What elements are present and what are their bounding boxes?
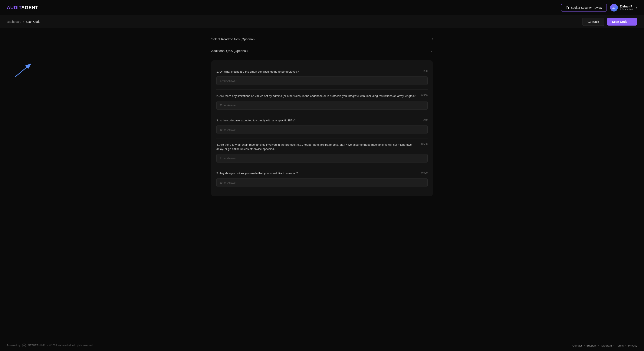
scan-code-button[interactable]: Scan Code → [607,18,637,26]
qa-question-row: 3. Is the codebase expected to comply wi… [216,118,428,123]
breadcrumb-dashboard[interactable]: Dashboard [7,20,22,24]
qa-chevron-icon: ⌄ [430,49,433,53]
qa-question-row: 2. Are there any limitations on values s… [216,94,428,98]
qa-counter-5: 0/500 [421,171,428,174]
footer-right: Contact•Support•Telegram•Terms•Privacy [572,344,637,347]
user-avatar: Z7 [610,4,618,12]
footer-dot-4: • [614,344,614,347]
nethermind-icon [22,343,26,348]
footer-dot-2: • [584,344,585,347]
qa-question-row: 4. Are there any off-chain mechanisms in… [216,143,428,152]
footer-dot-3: • [598,344,599,347]
readme-chevron-icon: ‹ [432,37,433,41]
user-menu-chevron-icon: ▾ [636,6,637,9]
readme-section-header[interactable]: Select Readme files (Optional) ‹ [211,33,433,45]
document-icon [566,6,569,9]
qa-input-5[interactable] [216,178,428,187]
app-footer: Powered by NETHERMIND • ©2024 Nethermind… [0,340,644,351]
breadcrumb-bar: Dashboard / Scan Code Go Back Scan Code … [0,15,644,28]
footer-dot-5: • [626,344,626,347]
user-info: Zishan-7 2 Scans Left [620,5,633,11]
qa-question-5: 5. Any design choices you made that you … [216,171,421,176]
powered-by-text: Powered by [7,344,20,347]
readme-section-title: Select Readme files (Optional) [211,37,254,41]
logo-audit: AUDIT [7,5,21,10]
qa-section-title: Additional Q&A (Optional) [211,49,248,52]
copyright-text: ©2024 Nethermind. All rights reserved [50,344,93,347]
footer-link-contact[interactable]: Contact [572,344,582,347]
qa-item: 2. Are there any limitations on values s… [216,90,428,114]
footer-left: Powered by NETHERMIND • ©2024 Nethermind… [7,343,93,348]
qa-panel: 1. On what chains are the smart contract… [211,60,433,196]
qa-item: 3. Is the codebase expected to comply wi… [216,114,428,138]
qa-counter-4: 0/500 [421,143,428,146]
breadcrumb-separator: / [23,20,24,24]
user-menu[interactable]: Z7 Zishan-7 2 Scans Left ▾ [610,4,637,12]
qa-item: 5. Any design choices you made that you … [216,167,428,191]
app-logo: AUDITAGENT [7,5,38,10]
qa-question-row: 1. On what chains are the smart contract… [216,70,428,74]
footer-link-terms[interactable]: Terms [616,344,624,347]
footer-dot-1: • [47,344,48,347]
qa-item: 4. Are there any off-chain mechanisms in… [216,138,428,167]
arrow-annotation [13,62,34,79]
user-name: Zishan-7 [620,5,633,8]
qa-input-4[interactable] [216,154,428,162]
company-name: NETHERMIND [28,344,45,347]
qa-counter-1: 0/50 [423,70,428,73]
breadcrumb-current: Scan Code [26,20,40,24]
user-scans: 2 Scans Left [620,8,633,11]
logo-agent: AGENT [21,5,38,10]
qa-question-3: 3. Is the codebase expected to comply wi… [216,118,423,123]
breadcrumb-actions: Go Back Scan Code → [582,18,637,26]
qa-question-1: 1. On what chains are the smart contract… [216,70,423,74]
qa-question-row: 5. Any design choices you made that you … [216,171,428,176]
header-right: Book a Security Review Z7 Zishan-7 2 Sca… [561,4,637,12]
footer-link-support[interactable]: Support [586,344,596,347]
qa-input-3[interactable] [216,125,428,134]
go-back-button[interactable]: Go Back [582,18,604,26]
qa-question-4: 4. Are there any off-chain mechanisms in… [216,143,421,152]
arrow-right-icon: → [629,20,632,24]
qa-counter-3: 0/50 [423,118,428,122]
svg-line-1 [15,64,30,77]
qa-item: 1. On what chains are the smart contract… [216,66,428,90]
footer-link-telegram[interactable]: Telegram [600,344,612,347]
qa-counter-2: 0/500 [421,94,428,97]
app-header: AUDITAGENT Book a Security Review Z7 Zis… [0,0,644,15]
qa-section-header[interactable]: Additional Q&A (Optional) ⌄ [211,45,433,57]
footer-link-privacy[interactable]: Privacy [628,344,637,347]
main-content: Select Readme files (Optional) ‹ Additio… [0,28,644,340]
breadcrumb: Dashboard / Scan Code [7,20,40,24]
qa-input-1[interactable] [216,76,428,85]
qa-question-2: 2. Are there any limitations on values s… [216,94,421,98]
book-security-review-button[interactable]: Book a Security Review [561,4,607,12]
qa-input-2[interactable] [216,101,428,110]
